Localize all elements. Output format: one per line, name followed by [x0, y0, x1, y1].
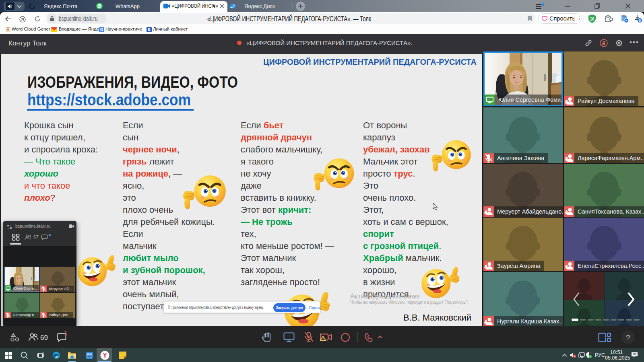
svg-text:Y: Y — [103, 352, 107, 359]
svg-text:16: 16 — [590, 17, 594, 21]
svg-text:6: 6 — [639, 19, 641, 23]
svg-text:Я: Я — [21, 17, 24, 21]
